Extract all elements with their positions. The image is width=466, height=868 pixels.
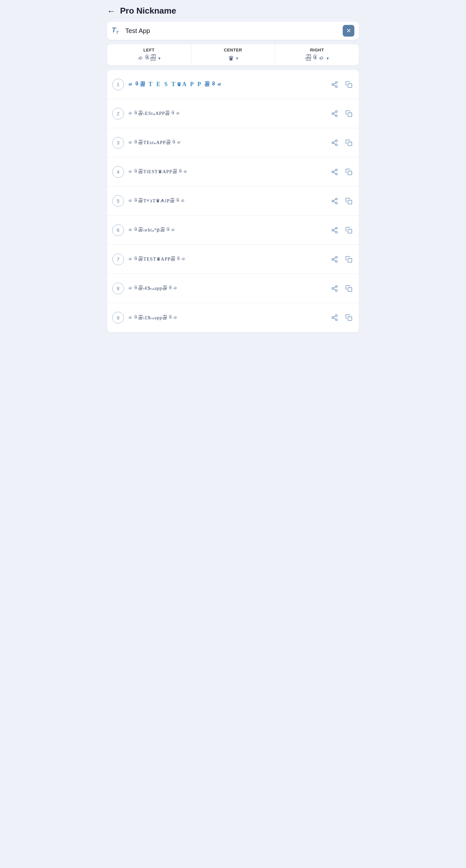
table-row: 7 ꩜᪆꫞TEST♛APP꫞᪆꩜ bbox=[107, 245, 359, 274]
svg-line-52 bbox=[334, 316, 336, 317]
share-button-4[interactable] bbox=[330, 167, 339, 177]
share-button-1[interactable] bbox=[330, 80, 339, 89]
right-chevron-icon: ▾ bbox=[327, 56, 329, 61]
share-button-8[interactable] bbox=[330, 284, 339, 293]
copy-icon bbox=[345, 139, 353, 146]
copy-icon bbox=[345, 256, 353, 263]
svg-line-40 bbox=[334, 257, 336, 259]
table-row: 8 ꩜᪆꫞ₜ€$ₜₐapp꫞᪆꩜ bbox=[107, 274, 359, 303]
svg-line-16 bbox=[334, 141, 336, 142]
results-list: 1 ꩜᪆꫞ T E S T♛A P P ꫞᪆꩜ 2 ꩜᪆꫞ₜEStₐAPP꫞᪆꩜… bbox=[107, 70, 359, 332]
svg-line-33 bbox=[334, 230, 336, 232]
row-number-4: 4 bbox=[112, 166, 124, 178]
copy-icon bbox=[345, 168, 353, 176]
clear-button[interactable]: ✕ bbox=[343, 25, 354, 37]
row-number-9: 9 bbox=[112, 312, 124, 323]
selector-row: LEFT ꩜᪆꫞ ▾ CENTER ♛ ▾ RIGHT ꫞᪆꩜ ▾ bbox=[107, 44, 359, 65]
share-icon bbox=[331, 285, 338, 292]
right-selector[interactable]: RIGHT ꫞᪆꩜ ▾ bbox=[275, 44, 359, 65]
share-button-3[interactable] bbox=[330, 138, 339, 148]
svg-line-28 bbox=[334, 199, 336, 200]
svg-line-15 bbox=[334, 143, 336, 145]
center-symbol: ♛ bbox=[228, 54, 234, 62]
row-number-8: 8 bbox=[112, 283, 124, 294]
svg-point-19 bbox=[332, 171, 334, 173]
svg-point-7 bbox=[332, 113, 334, 115]
svg-rect-17 bbox=[348, 142, 352, 146]
back-button[interactable]: ← bbox=[107, 7, 115, 15]
svg-rect-23 bbox=[348, 171, 352, 175]
copy-button-4[interactable] bbox=[344, 167, 354, 177]
search-input[interactable] bbox=[125, 27, 343, 35]
row-8-actions bbox=[330, 284, 354, 293]
row-6-actions bbox=[330, 225, 354, 235]
share-icon bbox=[331, 314, 338, 321]
result-text-5: ꩜᪆꫞TᧈɔT♛ᗑlP꫞᪆꩜ bbox=[128, 197, 327, 204]
svg-point-42 bbox=[336, 285, 337, 287]
copy-button-8[interactable] bbox=[344, 284, 354, 293]
svg-point-13 bbox=[332, 142, 334, 144]
page-title: Pro Nickname bbox=[120, 6, 176, 16]
left-label: LEFT bbox=[143, 48, 155, 53]
svg-line-22 bbox=[334, 170, 336, 171]
svg-point-32 bbox=[336, 231, 337, 233]
share-button-7[interactable] bbox=[330, 254, 339, 264]
center-selector[interactable]: CENTER ♛ ▾ bbox=[191, 44, 275, 65]
share-button-2[interactable] bbox=[330, 109, 339, 119]
result-text-4: ꩜᪆꫞TlEST♛APP꫞᪆꩜ bbox=[128, 168, 327, 175]
copy-icon bbox=[345, 227, 353, 234]
svg-point-38 bbox=[336, 260, 337, 262]
share-icon bbox=[331, 110, 338, 117]
svg-point-30 bbox=[336, 227, 337, 229]
svg-point-18 bbox=[336, 169, 337, 170]
copy-button-9[interactable] bbox=[344, 313, 354, 322]
copy-button-7[interactable] bbox=[344, 254, 354, 264]
row-number-1: 1 bbox=[112, 79, 124, 90]
svg-point-6 bbox=[336, 111, 337, 112]
share-icon bbox=[331, 256, 338, 263]
svg-point-25 bbox=[332, 200, 334, 202]
copy-icon bbox=[345, 110, 353, 117]
left-selector-bottom: ꩜᪆꫞ ▾ bbox=[137, 54, 161, 62]
table-row: 6 ꩜᪆꫞ₜeṡtₐᵅṗ꫞᪆꩜ bbox=[107, 216, 359, 245]
share-icon bbox=[331, 81, 338, 88]
copy-button-5[interactable] bbox=[344, 196, 354, 206]
result-text-6: ꩜᪆꫞ₜeṡtₐᵅṗ꫞᪆꩜ bbox=[128, 227, 327, 234]
svg-line-27 bbox=[334, 202, 336, 203]
svg-line-4 bbox=[334, 83, 336, 84]
svg-point-44 bbox=[336, 289, 337, 291]
text-format-icon: TT bbox=[112, 27, 121, 35]
row-7-actions bbox=[330, 254, 354, 264]
svg-point-37 bbox=[332, 258, 334, 260]
svg-point-43 bbox=[332, 287, 334, 289]
table-row: 1 ꩜᪆꫞ T E S T♛A P P ꫞᪆꩜ bbox=[107, 70, 359, 99]
table-row: 3 ꩜᪆꫞TEstₐAPP꫞᪆꩜ bbox=[107, 128, 359, 157]
copy-button-1[interactable] bbox=[344, 80, 354, 89]
svg-line-3 bbox=[334, 85, 336, 86]
svg-point-2 bbox=[336, 86, 337, 87]
left-selector[interactable]: LEFT ꩜᪆꫞ ▾ bbox=[107, 44, 191, 65]
copy-icon bbox=[345, 197, 353, 205]
copy-button-6[interactable] bbox=[344, 225, 354, 235]
row-2-actions bbox=[330, 109, 354, 119]
svg-point-20 bbox=[336, 173, 337, 175]
share-button-5[interactable] bbox=[330, 196, 339, 206]
row-3-actions bbox=[330, 138, 354, 148]
svg-line-45 bbox=[334, 289, 336, 290]
table-row: 5 ꩜᪆꫞TᧈɔT♛ᗑlP꫞᪆꩜ bbox=[107, 186, 359, 216]
share-icon bbox=[331, 168, 338, 176]
copy-icon bbox=[345, 314, 353, 321]
row-number-2: 2 bbox=[112, 108, 124, 120]
share-icon bbox=[331, 139, 338, 146]
svg-rect-5 bbox=[348, 84, 352, 87]
result-text-9: ꩜᪆꫞ₜ£$ₜₐapp꫞᪆꩜ bbox=[128, 314, 327, 321]
copy-button-2[interactable] bbox=[344, 109, 354, 119]
share-button-9[interactable] bbox=[330, 313, 339, 322]
copy-button-3[interactable] bbox=[344, 138, 354, 148]
svg-rect-47 bbox=[348, 287, 352, 291]
share-button-6[interactable] bbox=[330, 225, 339, 235]
svg-point-14 bbox=[336, 144, 337, 146]
row-number-6: 6 bbox=[112, 224, 124, 236]
clear-icon: ✕ bbox=[346, 27, 351, 34]
row-5-actions bbox=[330, 196, 354, 206]
